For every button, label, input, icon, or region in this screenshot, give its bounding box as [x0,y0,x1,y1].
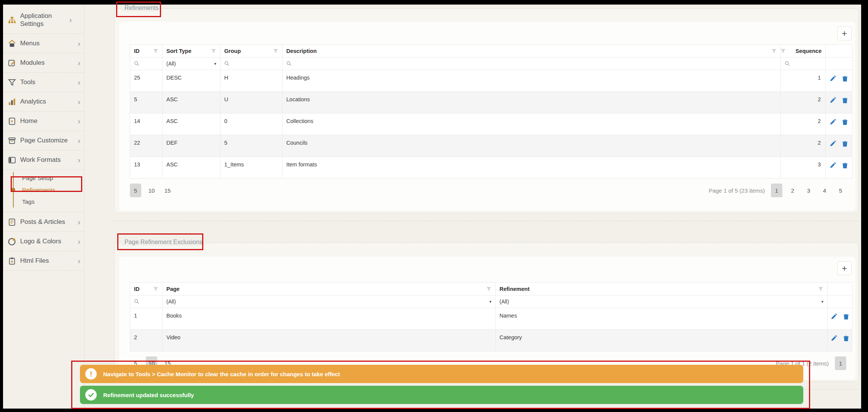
journal-text-icon [8,218,16,226]
filter-funnel-icon[interactable] [211,48,216,54]
sidebar-item-application-settings[interactable]: Application Settings› [3,6,84,34]
edit-pencil-icon[interactable] [831,335,837,343]
chevron-down-icon[interactable]: ▾ [821,299,823,304]
filter-funnel-icon[interactable] [273,48,278,54]
column-header-group[interactable]: Group [220,45,282,57]
column-header-id[interactable]: ID [130,45,163,57]
table-cell: Books [163,308,496,330]
edit-pencil-icon[interactable] [830,141,836,148]
group-filter-input[interactable] [220,57,282,70]
delete-trash-icon[interactable] [842,162,848,170]
refinements-page-1[interactable]: 1 [771,184,782,197]
column-header-actions [828,283,852,295]
clipboard-icon [8,257,16,265]
exclusions-page-1[interactable]: 1 [835,356,846,370]
active-bullet [11,188,15,192]
table-cell: 14 [130,113,163,135]
column-header-id[interactable]: ID [130,283,163,295]
filter-funnel-icon[interactable] [771,48,777,54]
table-cell: 2 [781,135,826,157]
refinements-page-size-15[interactable]: 15 [162,184,173,197]
pager-summary: Page 1 of 5 (23 items) [708,187,765,194]
chevron-right-icon: › [78,257,80,265]
refinement-filter-select[interactable]: (All) ▾ [496,295,828,308]
table-row: 25DESCHHeadings1 [130,70,852,92]
sidebar-item-analytics[interactable]: Analytics› [3,92,84,112]
sidebar-item-label: Home [20,117,73,125]
refinements-page-4[interactable]: 4 [819,184,830,197]
refinements-pager: 51015 Page 1 of 5 (23 items) 12345 [130,179,852,198]
delete-trash-icon[interactable] [842,119,848,126]
sidebar-item-modules[interactable]: Modules› [3,53,84,73]
edit-pencil-icon[interactable] [830,162,836,170]
table-cell: 1 [130,308,163,330]
sequence-filter-input[interactable] [781,57,826,70]
id-filter-input[interactable] [130,57,163,70]
table-cell: 1 [781,70,826,92]
sidebar-subitem-tags[interactable]: Tags [3,196,84,208]
filter-funnel-icon[interactable] [818,286,823,292]
refinements-page-size-5[interactable]: 5 [130,184,141,197]
sort-type-filter-select[interactable]: (All) ▾ [163,57,220,70]
table-row: 5ASCULocations2 [130,92,852,113]
chevron-down-icon[interactable]: ▾ [214,61,216,66]
chevron-down-icon[interactable]: ▾ [489,299,491,304]
filter-row: (All) ▾ (All) ▾ [130,295,852,308]
row-actions [828,330,852,351]
id-filter-input[interactable] [130,295,163,308]
chevron-right-icon: › [78,136,80,145]
page-filter-select[interactable]: (All) ▾ [163,295,496,308]
edit-pencil-icon[interactable] [831,313,837,321]
refinements-page-size-10[interactable]: 10 [146,184,157,197]
sidebar-item-tools[interactable]: Tools› [3,73,84,92]
refinements-page-5[interactable]: 5 [835,184,846,197]
table-row: 14ASC0Collections2 [130,113,852,135]
row-actions [826,92,852,113]
refinements-table: ID Sort Type Group [130,44,852,179]
delete-trash-icon[interactable] [842,97,848,105]
add-exclusion-button[interactable]: + [837,261,852,275]
column-header-sequence[interactable]: Sequence [781,45,826,57]
column-header-description[interactable]: Description [282,45,781,57]
delete-trash-icon[interactable] [842,75,848,83]
filter-funnel-icon[interactable] [153,286,158,292]
chevron-right-icon: › [78,156,80,164]
filter-funnel-icon[interactable] [781,48,786,54]
edit-pencil-icon[interactable] [830,97,836,105]
filter-funnel-icon[interactable] [153,48,158,54]
sidebar-item-logo-colors[interactable]: Logo & Colors› [3,232,84,251]
delete-trash-icon[interactable] [842,141,848,148]
chevron-right-icon: › [78,39,80,48]
search-icon [134,61,139,66]
search-icon [785,61,790,66]
sidebar-item-html-files[interactable]: Html Files› [3,251,84,271]
section-divider [113,221,859,221]
column-header-sort-type[interactable]: Sort Type [163,45,220,57]
sidebar-subitem-refinements[interactable]: Refinements [3,184,84,196]
success-toast-message: Refinement updated successfully [103,392,194,398]
refinements-page-3[interactable]: 3 [803,184,814,197]
column-header-page[interactable]: Page [163,283,496,295]
sidebar-item-page-customize[interactable]: Page Customize› [3,131,84,150]
edit-pencil-icon[interactable] [830,119,836,126]
column-header-refinement[interactable]: Refinement [496,283,828,295]
table-cell: DESC [163,70,220,92]
actions-filter-cell [828,295,852,308]
table-cell: 2 [781,92,826,113]
add-refinement-button[interactable]: + [837,26,852,40]
delete-trash-icon[interactable] [843,335,849,343]
edit-pencil-icon[interactable] [830,75,836,83]
sidebar-item-posts-articles[interactable]: Posts & Articles› [3,212,84,232]
sidebar-item-work-formats[interactable]: Work Formats› [3,150,84,170]
description-filter-input[interactable] [282,57,781,70]
sidebar-subitem-page-setup[interactable]: Page Setup [3,172,84,184]
row-actions [826,113,852,135]
delete-trash-icon[interactable] [843,313,849,321]
refinements-page-2[interactable]: 2 [787,184,798,197]
table-cell: ASC [163,92,220,113]
sidebar-item-home[interactable]: Home› [3,112,84,131]
table-row: 1BooksNames [130,308,852,330]
table-cell: 5 [220,135,282,157]
filter-funnel-icon[interactable] [486,286,491,292]
sidebar-item-menus[interactable]: Menus› [3,34,84,53]
